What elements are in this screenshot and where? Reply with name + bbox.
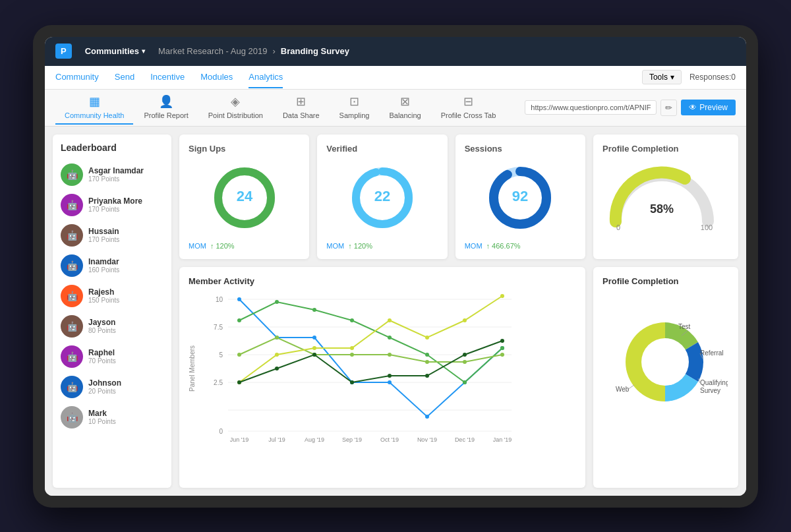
leaderboard-item: 🤖 Hussain 170 Points xyxy=(58,220,166,251)
lb-points: 80 Points xyxy=(88,327,163,334)
svg-point-69 xyxy=(463,353,467,357)
data-share-icon: ⊞ xyxy=(296,94,306,109)
tools-button[interactable]: Tools ▾ xyxy=(642,70,682,84)
communities-button[interactable]: Communities ▾ xyxy=(85,46,145,56)
svg-point-39 xyxy=(237,318,241,322)
tab-balancing[interactable]: ⊠ Balancing xyxy=(380,90,430,125)
leaderboard-item: 🤖 Priyanka More 170 Points xyxy=(58,190,166,220)
community-health-icon: ▦ xyxy=(89,94,100,109)
verified-card: Verified 22 MOM ↑ 120% xyxy=(317,134,447,259)
svg-text:Web: Web xyxy=(616,386,630,393)
svg-point-61 xyxy=(463,318,467,322)
signups-title: Sign Ups xyxy=(189,144,225,154)
leaderboard-title: Leaderboard xyxy=(58,142,166,153)
member-activity-card: Member Activity Panel Members xyxy=(179,267,585,488)
lb-info: Inamdar 160 Points xyxy=(88,257,163,274)
svg-text:Jan '19: Jan '19 xyxy=(493,436,512,443)
leaderboard-item: 🤖 Jayson 80 Points xyxy=(58,311,166,341)
svg-point-63 xyxy=(237,380,241,384)
lb-info: Jayson 80 Points xyxy=(88,318,163,334)
lb-info: Asgar Inamdar 170 Points xyxy=(88,166,163,183)
preview-eye-icon: 👁 xyxy=(689,103,697,112)
svg-text:Qualifying: Qualifying xyxy=(700,379,728,386)
url-input[interactable] xyxy=(525,100,657,115)
sessions-card: Sessions 92 MOM ↑ 466.67% xyxy=(455,134,585,259)
svg-point-44 xyxy=(425,353,429,357)
avatar: 🤖 xyxy=(61,224,83,247)
svg-point-56 xyxy=(275,353,279,357)
nav-community[interactable]: Community xyxy=(55,67,99,88)
tools-chevron-icon: ▾ xyxy=(670,73,674,82)
lb-name: Raphel xyxy=(88,348,163,357)
svg-point-36 xyxy=(425,415,429,419)
member-activity-title: Member Activity xyxy=(189,276,576,286)
lb-points: 160 Points xyxy=(88,266,163,274)
second-nav: Community Send Incentive Modules Analyti… xyxy=(45,66,746,90)
lb-name: Johnson xyxy=(88,378,163,388)
responses-label: Responses:0 xyxy=(689,73,736,82)
breadcrumb: Market Research - Aug 2019 › Branding Su… xyxy=(158,46,349,56)
avatar: 🤖 xyxy=(61,345,83,368)
svg-point-45 xyxy=(463,380,467,384)
breadcrumb-parent[interactable]: Market Research - Aug 2019 xyxy=(158,46,267,56)
svg-point-52 xyxy=(425,360,429,364)
signups-mom: MOM ↑ 120% xyxy=(189,242,235,250)
sampling-icon: ⊡ xyxy=(349,94,359,109)
svg-text:24: 24 xyxy=(236,188,252,204)
nav-analytics[interactable]: Analytics xyxy=(249,67,283,88)
lb-name: Inamdar xyxy=(88,257,163,266)
svg-point-59 xyxy=(388,318,392,322)
url-bar: ✏ 👁 Preview xyxy=(525,100,736,116)
verified-donut: 22 xyxy=(326,159,438,237)
preview-button[interactable]: 👁 Preview xyxy=(681,100,736,115)
tools-area: Tools ▾ Responses:0 xyxy=(642,70,736,84)
brand-letter: P xyxy=(61,46,67,56)
lb-points: 10 Points xyxy=(88,418,163,425)
svg-point-31 xyxy=(237,297,241,301)
avatar: 🤖 xyxy=(61,285,83,307)
tab-community-health[interactable]: ▦ Community Health xyxy=(55,90,133,125)
svg-point-43 xyxy=(388,336,392,340)
leaderboard-item: 🤖 Inamdar 160 Points xyxy=(58,251,166,281)
svg-text:Referral: Referral xyxy=(700,349,724,357)
svg-text:Survey: Survey xyxy=(700,387,720,394)
signups-donut-svg: 24 xyxy=(208,162,281,234)
svg-point-47 xyxy=(237,353,241,357)
breadcrumb-current: Branding Survey xyxy=(281,46,349,56)
tab-profile-report[interactable]: 👤 Profile Report xyxy=(134,90,197,125)
svg-text:5: 5 xyxy=(219,351,223,359)
gauge-svg: 58% 0 100 xyxy=(602,159,721,231)
svg-point-62 xyxy=(500,294,504,298)
profile-completion-bottom-title: Profile Completion xyxy=(602,276,729,286)
lb-name: Asgar Inamdar xyxy=(88,166,163,175)
nav-incentive[interactable]: Incentive xyxy=(150,67,185,88)
lb-info: Mark 10 Points xyxy=(88,409,163,425)
nav-send[interactable]: Send xyxy=(115,67,134,88)
nav-modules[interactable]: Modules xyxy=(200,67,233,88)
svg-point-68 xyxy=(425,374,429,378)
device-screen: P Communities ▾ Market Research - Aug 20… xyxy=(45,37,746,496)
chart-wrapper: Panel Members 10 xyxy=(189,293,576,444)
lb-points: 20 Points xyxy=(88,388,163,395)
lb-name: Hussain xyxy=(88,227,163,236)
edit-url-button[interactable]: ✏ xyxy=(660,100,677,116)
lb-info: Priyanka More 170 Points xyxy=(88,196,163,213)
svg-text:2.5: 2.5 xyxy=(214,379,223,386)
sessions-mom: MOM ↑ 466.67% xyxy=(465,242,521,250)
profile-completion-title: Profile Completion xyxy=(602,144,729,154)
tab-data-share[interactable]: ⊞ Data Share xyxy=(274,90,329,125)
toolbar: ▦ Community Health 👤 Profile Report ◈ Po… xyxy=(45,90,746,127)
tab-sampling[interactable]: ⊡ Sampling xyxy=(330,90,379,125)
signups-trend: ↑ 120% xyxy=(210,242,235,250)
svg-text:22: 22 xyxy=(374,188,390,204)
svg-text:Test: Test xyxy=(678,323,691,330)
tab-profile-cross-tab[interactable]: ⊟ Profile Cross Tab xyxy=(432,90,506,125)
lb-points: 170 Points xyxy=(88,236,163,243)
profile-donut-svg: Test Referral Qualifying Survey Web xyxy=(602,293,728,431)
device-frame: P Communities ▾ Market Research - Aug 20… xyxy=(33,25,758,508)
tab-point-distribution[interactable]: ◈ Point Distribution xyxy=(199,90,272,125)
leaderboard-list: 🤖 Asgar Inamdar 170 Points 🤖 Priyanka Mo… xyxy=(58,160,166,432)
bottom-row: Member Activity Panel Members xyxy=(179,267,738,488)
svg-point-60 xyxy=(425,336,429,340)
brand-logo: P xyxy=(55,44,72,59)
